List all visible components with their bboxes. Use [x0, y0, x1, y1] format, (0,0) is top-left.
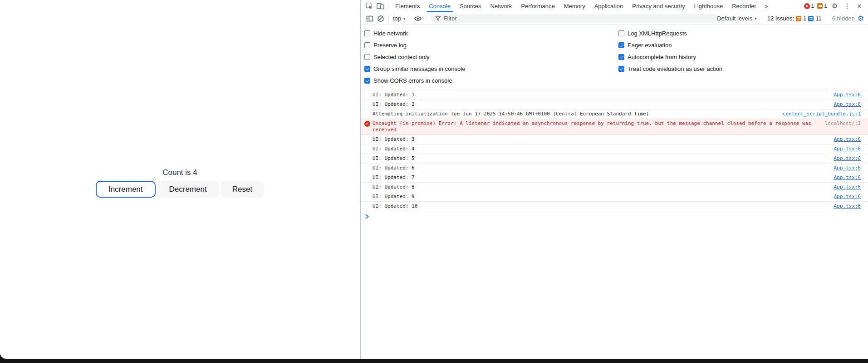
console-source-link[interactable]: App.tsx:6 [834, 146, 861, 152]
tab-elements[interactable]: Elements [391, 0, 424, 12]
tab-recorder[interactable]: Recorder [727, 0, 760, 12]
app-pane: Count is 4 Increment Decrement Reset [0, 0, 360, 359]
checkbox-box[interactable] [364, 78, 370, 84]
issues-counter[interactable]: 1 [817, 3, 827, 9]
chevron-down-icon: ▾ [403, 16, 406, 21]
checkbox-label: Group similar messages in console [373, 65, 465, 72]
console-source-link[interactable]: App.tsx:6 [834, 165, 861, 171]
checkbox-show-cors-errors[interactable]: Show CORS errors in console [364, 77, 618, 84]
checkbox-autocomplete-from-history[interactable]: Autocomplete from history [618, 54, 722, 60]
issues-label: 12 Issues: [767, 15, 794, 22]
filter-placeholder: Filter [444, 15, 457, 22]
filter-input[interactable]: Filter [431, 14, 717, 23]
devtools-resize-divider[interactable] [360, 0, 361, 359]
issues-warn-count: 1 [803, 15, 806, 22]
console-error-message-row: ✕ Uncaught (in promise) Error: A listene… [361, 119, 868, 135]
checkbox-label: Log XMLHttpRequests [628, 30, 687, 37]
toolbar-separator [388, 2, 388, 10]
checkbox-box[interactable] [618, 54, 624, 60]
error-badge-icon: ✕ [804, 3, 810, 9]
console-message-text: UI: Updated: 7 [373, 174, 834, 181]
tab-performance[interactable]: Performance [516, 0, 559, 12]
console-message-text: UI: Updated: 3 [373, 136, 834, 143]
tab-application[interactable]: Application [590, 0, 628, 12]
tab-network[interactable]: Network [486, 0, 517, 12]
checkbox-box[interactable] [364, 54, 370, 60]
tab-privacy-and-security[interactable]: Privacy and security [628, 0, 689, 12]
more-tabs-icon[interactable]: » [761, 2, 772, 10]
checkbox-box[interactable] [618, 30, 624, 36]
hidden-messages-label: 6 hidden [832, 15, 855, 22]
reset-button[interactable]: Reset [221, 181, 264, 198]
console-message-text: Uncaught (in promise) Error: A listener … [373, 120, 825, 133]
issues-link[interactable]: 12 Issues: 1 11 [767, 15, 822, 22]
console-message-text: UI: Updated: 6 [373, 165, 834, 171]
console-message-text: UI: Updated: 2 [373, 101, 834, 108]
javascript-context-selector[interactable]: top ▾ [391, 15, 407, 22]
context-value: top [393, 15, 401, 22]
increment-button[interactable]: Increment [96, 181, 156, 198]
issue-badge-icon [817, 3, 823, 9]
tab-memory[interactable]: Memory [559, 0, 590, 12]
decrement-button[interactable]: Decrement [157, 181, 219, 198]
console-source-link[interactable]: App.tsx:6 [834, 101, 861, 108]
checkbox-preserve-log[interactable]: Preserve log [364, 42, 618, 49]
checkbox-eager-evaluation[interactable]: Eager evaluation [618, 42, 722, 49]
tab-lighthouse[interactable]: Lighthouse [690, 0, 728, 12]
close-devtools-icon[interactable]: ✕ [855, 1, 864, 11]
filter-funnel-icon [435, 15, 441, 21]
console-message-text: UI: Updated: 1 [373, 92, 834, 98]
console-settings-gear-icon[interactable]: ⚙ [858, 14, 864, 23]
console-source-link[interactable]: App.tsx:6 [834, 92, 861, 98]
console-source-link[interactable]: App.tsx:6 [834, 155, 861, 162]
checkbox-hide-network[interactable]: Hide network [364, 30, 618, 37]
issues-info-count: 11 [815, 15, 822, 22]
console-source-link[interactable]: App.tsx:6 [834, 184, 861, 190]
more-options-icon[interactable]: ⋮ [843, 1, 852, 11]
checkbox-group-similar-messages[interactable]: Group similar messages in console [364, 65, 618, 72]
console-source-link[interactable]: App.tsx:6 [834, 136, 861, 143]
bottom-bar [0, 359, 868, 363]
checkbox-treat-code-eval-as-user-action[interactable]: Treat code evaluation as user action [618, 65, 722, 72]
console-message-row: UI: Updated: 1 App.tsx:6 [361, 90, 868, 100]
clear-console-icon[interactable] [375, 13, 386, 25]
checkbox-log-xmlhttprequests[interactable]: Log XMLHttpRequests [618, 30, 722, 37]
log-levels-dropdown[interactable]: Default levels ▾ [717, 15, 757, 22]
console-message-row: UI: Updated: 2 App.tsx:6 [361, 100, 868, 109]
console-source-link[interactable]: content_script_bundle.js:1 [783, 111, 861, 117]
error-icon: ✕ [364, 121, 370, 127]
console-message-row: UI: Updated: 10 App.tsx:6 [361, 202, 868, 211]
checkbox-label: Eager evaluation [628, 42, 672, 49]
devtools-tabbar: Elements Console Sources Network Perform… [361, 0, 868, 12]
checkbox-box[interactable] [364, 30, 370, 36]
console-sidebar-toggle-icon[interactable] [364, 13, 375, 25]
issue-count: 1 [824, 3, 827, 9]
live-expression-eye-icon[interactable] [412, 13, 423, 25]
inspect-element-icon[interactable] [364, 0, 375, 12]
console-source-link[interactable]: localhost/:1 [825, 120, 861, 127]
checkbox-label: Hide network [373, 30, 408, 37]
console-messages-list: UI: Updated: 1 App.tsx:6 UI: Updated: 2 … [361, 90, 868, 211]
settings-gear-icon[interactable]: ⚙ [830, 1, 839, 11]
checkbox-box[interactable] [618, 42, 624, 48]
chevron-down-icon: ▾ [755, 16, 757, 21]
tabbar-right-controls: ✕ 1 1 ⚙ ⋮ ✕ [804, 1, 868, 11]
console-source-link[interactable]: App.tsx:6 [834, 203, 861, 209]
count-label: Count is 4 [162, 168, 197, 177]
tab-sources[interactable]: Sources [455, 0, 486, 12]
console-message-row: UI: Updated: 3 App.tsx:6 [361, 135, 868, 144]
console-source-link[interactable]: App.tsx:6 [834, 174, 861, 181]
checkbox-selected-context-only[interactable]: Selected context only [364, 54, 618, 60]
checkbox-box[interactable] [364, 42, 370, 48]
toolbar-separator [410, 15, 410, 22]
checkbox-box[interactable] [618, 66, 624, 72]
console-message-row: UI: Updated: 9 App.tsx:6 [361, 192, 868, 202]
console-error-counter[interactable]: ✕ 1 [804, 3, 814, 9]
console-prompt[interactable] [361, 211, 868, 219]
log-levels-value: Default levels [717, 15, 752, 22]
tab-console[interactable]: Console [424, 0, 455, 12]
console-source-link[interactable]: App.tsx:6 [834, 194, 861, 200]
checkbox-box[interactable] [364, 66, 370, 72]
device-toolbar-icon[interactable] [375, 0, 386, 12]
console-message-row: UI: Updated: 7 App.tsx:6 [361, 173, 868, 183]
